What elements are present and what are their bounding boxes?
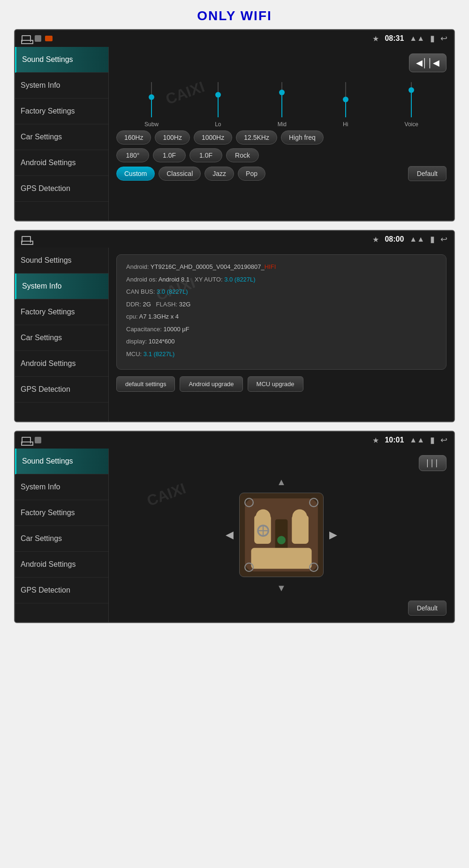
- eq-freq-btn-12k5[interactable]: 12.5KHz: [236, 130, 277, 145]
- sidebar-item-system-info-1[interactable]: System Info: [15, 73, 108, 99]
- svg-rect-4: [292, 515, 309, 544]
- eq-track-hi[interactable]: [345, 82, 346, 117]
- eq-handle-subw[interactable]: [149, 94, 154, 100]
- sidebar-item-system-info-2[interactable]: System Info: [15, 274, 108, 299]
- eq-default-button[interactable]: Default: [408, 166, 446, 181]
- sidebar-item-gps-detection-1[interactable]: GPS Detection: [15, 176, 108, 202]
- eq-handle-mid[interactable]: [279, 90, 285, 95]
- sysinfo-card: Android: YT9216C_AHD_00005_V004_20190807…: [116, 254, 446, 370]
- eq-mode-custom[interactable]: Custom: [116, 167, 155, 181]
- battery-icon-3: ▮: [430, 435, 435, 445]
- sidebar-2: Sound Settings System Info Factory Setti…: [15, 248, 109, 421]
- sidebar-item-factory-settings-2[interactable]: Factory Settings: [15, 299, 108, 325]
- default-settings-button[interactable]: default settings: [116, 376, 175, 392]
- eq-main-content: CAIXI ◀││◀ Subw: [109, 47, 454, 221]
- sound-pos-up-button[interactable]: ▲: [277, 477, 286, 487]
- home-icon-2[interactable]: [22, 236, 31, 243]
- eq-handle-hi[interactable]: [343, 97, 348, 102]
- svg-rect-10: [251, 548, 311, 569]
- eq-freq-buttons: 160Hz 100Hz 1000Hz 12.5KHz High freq: [116, 130, 446, 145]
- status-time-1: 08:31: [385, 34, 404, 43]
- xy-auto-value: 3.0 (8227L): [224, 276, 256, 283]
- eq-freq-btn-highfreq[interactable]: High freq: [281, 130, 324, 145]
- signal-icon-2: ▲▲: [409, 235, 424, 244]
- sidebar-item-sound-settings-3[interactable]: Sound Settings: [15, 449, 108, 474]
- battery-icon-2: ▮: [430, 234, 435, 244]
- capacitance-value: 10000 μF: [164, 326, 189, 333]
- eq-top-row: ◀││◀: [116, 53, 446, 72]
- sound-pos-default-button[interactable]: Default: [408, 601, 446, 616]
- mcu-upgrade-button[interactable]: MCU upgrade: [248, 376, 303, 392]
- eq-track-mid[interactable]: [281, 82, 282, 117]
- sidebar-item-car-settings-1[interactable]: Car Settings: [15, 124, 108, 150]
- eq-mode-pop[interactable]: Pop: [238, 167, 265, 181]
- eq-mode-row: Custom Classical Jazz Pop Default: [116, 166, 446, 181]
- back-icon[interactable]: ↩: [440, 33, 447, 44]
- sidebar-item-system-info-3[interactable]: System Info: [15, 474, 108, 500]
- eq-mode-jazz[interactable]: Jazz: [204, 167, 234, 181]
- battery-icon: ▮: [430, 33, 435, 44]
- home-icon[interactable]: [22, 35, 31, 42]
- screen-sound-position: ★ 10:01 ▲▲ ▮ ↩ Sound Settings System Inf…: [14, 431, 455, 623]
- eq-freq-btn-160[interactable]: 160Hz: [116, 130, 151, 145]
- screen-body-1: Sound Settings System Info Factory Setti…: [15, 47, 454, 221]
- eq-param-btn-1f-1[interactable]: 1.0F: [153, 148, 186, 162]
- sound-pos-down-button[interactable]: ▼: [277, 583, 286, 594]
- sysinfo-capacitance: Capacitance: 10000 μF: [126, 325, 437, 334]
- sysinfo-mcu: MCU: 3.1 (8227L): [126, 350, 437, 359]
- sidebar-item-android-settings-2[interactable]: Android Settings: [15, 351, 108, 377]
- android-suffix: HIFI: [265, 263, 276, 270]
- sidebar-3: Sound Settings System Info Factory Setti…: [15, 449, 109, 622]
- status-bar-right-2: ★ 08:00 ▲▲ ▮ ↩: [372, 234, 447, 244]
- eq-param-btn-rock[interactable]: Rock: [226, 148, 259, 162]
- signal-icon-3: ▲▲: [409, 436, 424, 444]
- notification-icon: [45, 36, 53, 41]
- eq-param-btn-180[interactable]: 180°: [116, 148, 149, 162]
- sidebar-item-gps-detection-3[interactable]: GPS Detection: [15, 578, 108, 603]
- eq-slider-hi: Hi: [343, 82, 348, 128]
- back-icon-3[interactable]: ↩: [440, 435, 447, 445]
- status-bar-1: ★ 08:31 ▲▲ ▮ ↩: [15, 30, 454, 47]
- eq-handle-lo[interactable]: [215, 92, 221, 98]
- sidebar-item-sound-settings-2[interactable]: Sound Settings: [15, 248, 108, 274]
- status-bar-3: ★ 10:01 ▲▲ ▮ ↩: [15, 432, 454, 449]
- status-bar-left-2: [22, 236, 31, 243]
- eq-freq-btn-100[interactable]: 100Hz: [155, 130, 189, 145]
- sidebar-item-sound-settings-1[interactable]: Sound Settings: [15, 47, 108, 73]
- sidebar-item-android-settings-3[interactable]: Android Settings: [15, 552, 108, 578]
- sound-pos-main-content: CAIXI │││ ▲ ◀: [109, 449, 454, 622]
- sysinfo-ddr: DDR: 2G FLASH: 32G: [126, 300, 437, 309]
- sound-pos-eq-icon-button[interactable]: │││: [419, 455, 446, 471]
- sidebar-item-car-settings-3[interactable]: Car Settings: [15, 526, 108, 552]
- eq-slider-voice: Voice: [405, 82, 418, 128]
- eq-track-voice[interactable]: [411, 82, 412, 117]
- android-upgrade-button[interactable]: Android upgrade: [180, 376, 242, 392]
- eq-track-lo[interactable]: [218, 82, 219, 117]
- sidebar-item-factory-settings-3[interactable]: Factory Settings: [15, 500, 108, 526]
- eq-param-btn-1f-2[interactable]: 1.0F: [189, 148, 222, 162]
- sidebar-item-android-settings-1[interactable]: Android Settings: [15, 150, 108, 176]
- status-bar-left-3: [22, 437, 41, 443]
- sound-pos-left-button[interactable]: ◀: [226, 529, 234, 541]
- home-icon-3[interactable]: [22, 437, 31, 443]
- android-label: Android:: [126, 263, 149, 270]
- eq-handle-voice[interactable]: [408, 87, 414, 93]
- sysinfo-display: display: 1024*600: [126, 337, 437, 346]
- sidebar-item-factory-settings-1[interactable]: Factory Settings: [15, 99, 108, 124]
- eq-mode-classical[interactable]: Classical: [159, 167, 201, 181]
- eq-label-voice: Voice: [405, 121, 418, 128]
- sysinfo-main-content: CAIXI Android: YT9216C_AHD_00005_V004_20…: [109, 248, 454, 421]
- screen-body-2: Sound Settings System Info Factory Setti…: [15, 248, 454, 421]
- android-os-value: Android 8.1: [159, 276, 190, 283]
- sidebar-item-gps-detection-2[interactable]: GPS Detection: [15, 377, 108, 403]
- eq-freq-btn-1000[interactable]: 1000Hz: [194, 130, 232, 145]
- eq-label-hi: Hi: [343, 121, 348, 128]
- sidebar-item-car-settings-2[interactable]: Car Settings: [15, 325, 108, 351]
- eq-icon-button[interactable]: ◀││◀: [409, 53, 447, 72]
- status-bar-right-3: ★ 10:01 ▲▲ ▮ ↩: [372, 435, 447, 445]
- eq-track-subw[interactable]: [151, 82, 152, 117]
- xy-auto-label: XY AUTO:: [195, 276, 223, 283]
- back-icon-2[interactable]: ↩: [440, 234, 447, 244]
- sound-pos-right-button[interactable]: ▶: [329, 529, 337, 541]
- android-os-label: Android os:: [126, 276, 157, 283]
